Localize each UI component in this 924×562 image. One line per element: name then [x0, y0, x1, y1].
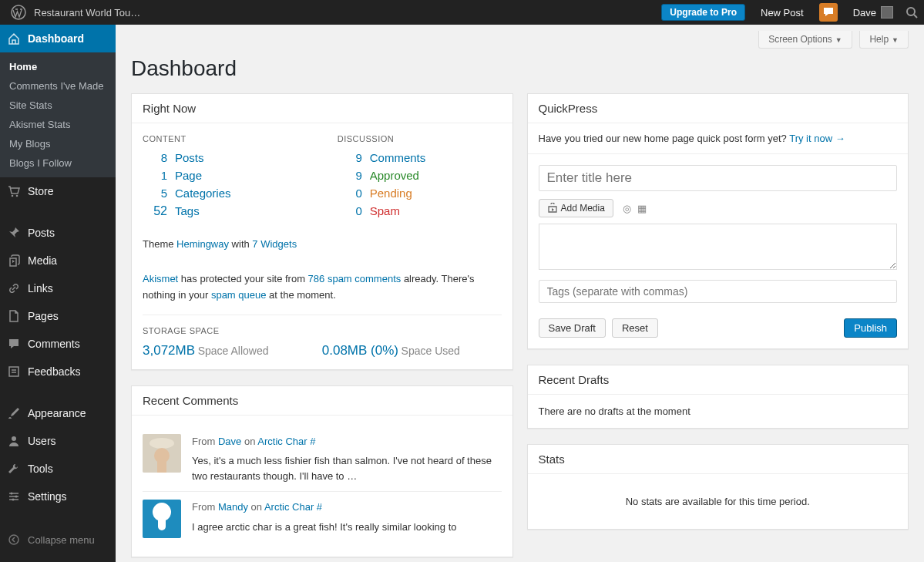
- space-used-value[interactable]: 0.08MB (0%): [322, 343, 398, 358]
- widgets-link[interactable]: 7 Widgets: [252, 238, 297, 250]
- comment-avatar: [143, 434, 181, 473]
- comment-post-link[interactable]: Arctic Char #: [264, 501, 322, 513]
- screen-options-button[interactable]: Screen Options▼: [758, 31, 852, 49]
- comments-link[interactable]: Comments: [370, 151, 426, 164]
- comment-post-link[interactable]: Arctic Char #: [257, 436, 315, 447]
- spam-comments-link[interactable]: 786 spam comments: [308, 273, 402, 284]
- comment-meta: From Mandy on Arctic Char #: [192, 500, 502, 515]
- spam-count[interactable]: 0: [338, 204, 362, 217]
- publish-button[interactable]: Publish: [844, 318, 897, 338]
- pages-link[interactable]: Page: [175, 169, 202, 182]
- svg-point-8: [12, 436, 16, 441]
- spam-link[interactable]: Spam: [370, 204, 400, 217]
- save-draft-button[interactable]: Save Draft: [539, 318, 606, 338]
- svg-point-3: [12, 195, 14, 197]
- new-post-link[interactable]: New Post: [761, 7, 804, 19]
- discussion-heading: DISCUSSION: [338, 134, 502, 143]
- recent-comments-title[interactable]: Recent Comments: [132, 386, 512, 416]
- tags-link[interactable]: Tags: [175, 204, 200, 217]
- site-title[interactable]: Restaurant World Tou…: [34, 7, 140, 19]
- menu-media[interactable]: Media: [0, 247, 116, 274]
- recent-comments-box: Recent Comments From Dave on Arctic Char…: [131, 385, 513, 558]
- comment-author-link[interactable]: Dave: [218, 436, 241, 447]
- akismet-link[interactable]: Akismet: [143, 273, 178, 284]
- pending-link[interactable]: Pending: [370, 187, 412, 200]
- svg-rect-5: [9, 367, 18, 376]
- approved-count[interactable]: 9: [338, 169, 362, 182]
- submenu-comments-made[interactable]: Comments I've Made: [0, 76, 116, 96]
- tags-count[interactable]: 52: [143, 204, 167, 218]
- no-stats-message: No stats are available for this time per…: [528, 474, 909, 529]
- content-heading: CONTENT: [143, 134, 307, 143]
- quickpress-prompt: Have you tried our new home page quick p…: [528, 123, 909, 154]
- post-title-input[interactable]: [539, 165, 898, 191]
- pages-count[interactable]: 1: [143, 169, 167, 182]
- menu-settings[interactable]: Settings: [0, 483, 116, 510]
- collapse-icon: [6, 532, 22, 547]
- svg-line-2: [914, 15, 917, 18]
- menu-feedbacks[interactable]: Feedbacks: [0, 358, 116, 385]
- menu-pages[interactable]: Pages: [0, 302, 116, 330]
- pending-count[interactable]: 0: [338, 187, 362, 200]
- categories-link[interactable]: Categories: [175, 187, 231, 200]
- svg-point-12: [11, 493, 13, 495]
- comment-icon: [6, 336, 22, 352]
- comment-author-link[interactable]: Mandy: [218, 501, 248, 513]
- approved-link[interactable]: Approved: [370, 169, 419, 182]
- svg-point-15: [9, 535, 18, 544]
- poll-icon[interactable]: ◎: [623, 203, 631, 214]
- submenu-my-blogs[interactable]: My Blogs: [0, 134, 116, 153]
- posts-count[interactable]: 8: [143, 151, 167, 164]
- submenu-blogs-follow[interactable]: Blogs I Follow: [0, 153, 116, 173]
- menu-store[interactable]: Store: [0, 177, 116, 205]
- post-content-input[interactable]: [539, 224, 898, 270]
- comment-text: Yes, it's a much less fishier fish than …: [192, 453, 502, 483]
- menu-posts[interactable]: Posts: [0, 219, 116, 247]
- menu-comments[interactable]: Comments: [0, 330, 116, 358]
- wordpress-logo-icon[interactable]: [6, 0, 31, 25]
- form-icon[interactable]: ▦: [637, 203, 647, 214]
- quickpress-title[interactable]: QuickPress: [528, 94, 909, 123]
- menu-tools[interactable]: Tools: [0, 455, 116, 483]
- menu-dashboard[interactable]: Dashboard: [0, 25, 116, 52]
- collapse-menu[interactable]: Collapse menu: [0, 524, 116, 555]
- page-title: Dashboard: [116, 49, 924, 93]
- right-now-title[interactable]: Right Now: [132, 94, 512, 123]
- pin-icon: [6, 225, 22, 241]
- menu-links[interactable]: Links: [0, 274, 116, 302]
- media-icon: [6, 253, 22, 268]
- try-it-now-link[interactable]: Try it now →: [789, 133, 845, 144]
- spam-queue-link[interactable]: spam queue: [211, 289, 267, 301]
- submenu-akismet-stats[interactable]: Akismet Stats: [0, 115, 116, 134]
- svg-point-1: [907, 8, 915, 15]
- brush-icon: [6, 406, 22, 421]
- theme-link[interactable]: Hemingway: [176, 238, 229, 250]
- storage-heading: STORAGE SPACE: [143, 315, 502, 335]
- add-media-button[interactable]: Add Media: [539, 199, 613, 217]
- posts-link[interactable]: Posts: [175, 151, 204, 164]
- search-icon[interactable]: [906, 6, 918, 19]
- post-tags-input[interactable]: [539, 280, 898, 303]
- svg-point-17: [150, 438, 174, 449]
- stats-title[interactable]: Stats: [528, 445, 909, 474]
- space-allowed-label: Space Allowed: [198, 345, 269, 357]
- space-allowed-value[interactable]: 3,072MB: [143, 343, 195, 358]
- notifications-icon[interactable]: [819, 3, 838, 22]
- right-now-box: Right Now CONTENT 8Posts 1Page 5Categori…: [131, 93, 513, 370]
- menu-users[interactable]: Users: [0, 427, 116, 455]
- submenu-home[interactable]: Home: [0, 57, 116, 76]
- menu-appearance[interactable]: Appearance: [0, 399, 116, 427]
- user-icon: [6, 433, 22, 449]
- categories-count[interactable]: 5: [143, 187, 167, 200]
- recent-drafts-title[interactable]: Recent Drafts: [528, 365, 909, 395]
- upgrade-button[interactable]: Upgrade to Pro: [661, 4, 745, 21]
- user-menu[interactable]: Dave: [853, 6, 893, 19]
- feedback-icon: [6, 364, 22, 379]
- svg-rect-19: [157, 461, 166, 473]
- comments-count[interactable]: 9: [338, 151, 362, 164]
- reset-button[interactable]: Reset: [612, 318, 658, 338]
- cart-icon: [6, 183, 22, 199]
- submenu-site-stats[interactable]: Site Stats: [0, 96, 116, 115]
- help-button[interactable]: Help▼: [859, 31, 909, 49]
- stats-box: Stats No stats are available for this ti…: [527, 444, 909, 530]
